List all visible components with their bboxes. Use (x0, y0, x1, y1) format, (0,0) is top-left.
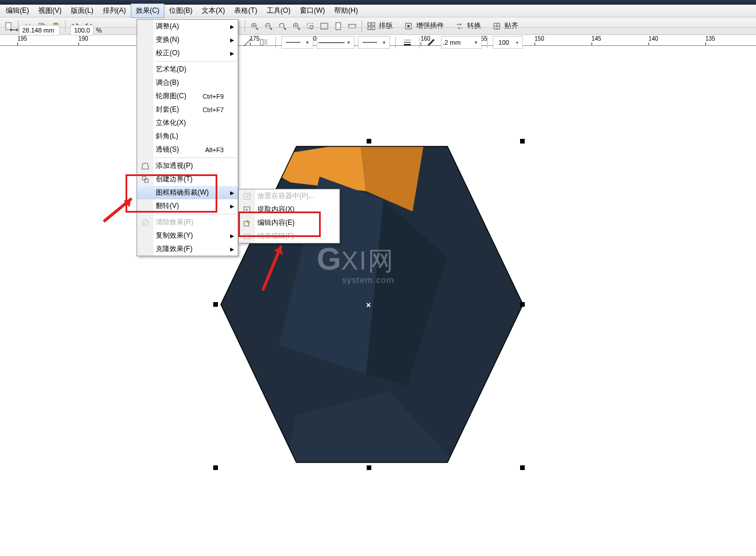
menu-lens[interactable]: 透镜(S)Alt+F3 (137, 143, 238, 156)
ruler-tick: 190 (78, 35, 88, 42)
menu-tools[interactable]: 工具(O) (262, 4, 295, 17)
edit-icon (242, 218, 252, 228)
svg-rect-26 (368, 27, 371, 30)
menu-copy-effect[interactable]: 复制效果(Y)▶ (137, 229, 238, 242)
menu-text[interactable]: 文本(X) (197, 4, 230, 17)
svg-line-17 (298, 27, 300, 30)
separator (361, 20, 362, 32)
standard-toolbar: 排版 增强插件 转换 贴齐 (0, 17, 756, 35)
selection-handle[interactable] (520, 465, 525, 470)
edit-path-icon[interactable] (241, 36, 254, 49)
menu-extrude[interactable]: 立体化(X) (137, 116, 238, 130)
menu-powerclip[interactable]: 图框精确剪裁(W)▶ (137, 186, 238, 199)
menu-view[interactable]: 视图(V) (34, 4, 66, 17)
boundary-icon (141, 175, 150, 184)
svg-rect-54 (145, 179, 148, 182)
menu-correct[interactable]: 校正(O)▶ (137, 46, 238, 60)
menu-envelope[interactable]: 封套(E)Ctrl+F7 (137, 103, 238, 116)
menu-bitmap[interactable]: 位图(B) (164, 4, 197, 17)
svg-rect-24 (368, 23, 371, 26)
zoom-in-icon[interactable] (248, 20, 261, 33)
separator (395, 37, 396, 48)
menu-edit[interactable]: 编辑(E) (1, 4, 34, 17)
end-arrow-dropdown[interactable]: ▼ (358, 36, 390, 49)
canvas[interactable]: × GXI网 system.com (0, 46, 756, 539)
menu-layout[interactable]: 版面(L) (66, 4, 98, 17)
svg-line-8 (256, 27, 258, 30)
separator (245, 20, 245, 32)
menu-table[interactable]: 表格(T) (230, 4, 261, 17)
outline-width-dropdown[interactable]: ▼ (441, 36, 482, 49)
perspective-icon (141, 162, 150, 171)
convert-tool-icon[interactable] (453, 20, 466, 33)
svg-rect-53 (142, 177, 146, 180)
snap-tool-icon[interactable] (490, 20, 503, 33)
svg-rect-35 (260, 40, 263, 45)
svg-line-12 (270, 27, 272, 30)
ruler-tick: 195 (17, 35, 27, 42)
menu-effects[interactable]: 效果(C) (131, 3, 165, 18)
zoom-fit-icon[interactable] (290, 20, 303, 33)
opacity-input[interactable] (495, 39, 513, 46)
menu-bevel[interactable]: 斜角(L) (137, 130, 238, 143)
svg-rect-6 (55, 23, 57, 24)
snap-label[interactable]: 贴齐 (504, 21, 518, 31)
zoom-width-icon[interactable] (346, 20, 359, 33)
svg-rect-21 (321, 23, 328, 29)
menu-separator (155, 214, 237, 214)
zoom-page-icon[interactable] (332, 20, 345, 33)
scale-y-input[interactable] (70, 25, 94, 35)
selection-handle[interactable] (213, 302, 218, 307)
menu-separator (155, 61, 237, 62)
wrap-text-icon[interactable] (257, 36, 270, 49)
ruler-tick: 150 (535, 35, 544, 42)
selection-handle[interactable] (213, 465, 218, 470)
plugin-tool-icon[interactable] (402, 20, 415, 33)
menu-arrange[interactable]: 排列(A) (98, 4, 131, 17)
plugin-label[interactable]: 增强插件 (416, 21, 444, 31)
svg-rect-23 (349, 24, 356, 28)
menu-artistic-media[interactable]: 艺术笔(D) (137, 63, 238, 76)
ruler-tick: 140 (648, 35, 658, 42)
menu-contour[interactable]: 轮廓图(C)Ctrl+F9 (137, 89, 238, 103)
layout-tool-icon[interactable] (365, 20, 378, 33)
menu-clone-effect[interactable]: 克隆效果(F)▶ (137, 242, 238, 256)
svg-line-15 (284, 27, 286, 30)
outline-width-icon[interactable] (425, 36, 438, 49)
zoom-selection-icon[interactable] (304, 20, 317, 33)
selection-handle[interactable] (367, 465, 371, 470)
separator (487, 37, 488, 48)
height-input[interactable] (19, 25, 60, 35)
ruler-tick: 145 (592, 35, 601, 42)
selection-handle[interactable] (520, 139, 525, 144)
zoom-100-icon[interactable] (276, 20, 289, 33)
outline-width-input[interactable] (443, 39, 472, 46)
place-icon (242, 192, 252, 201)
ruler-tick: 135 (705, 35, 715, 42)
menu-blend[interactable]: 调合(B) (137, 76, 238, 89)
menu-create-boundary[interactable]: 创建边界(T) (137, 173, 238, 186)
start-arrow-dropdown[interactable]: ▼ (281, 36, 313, 49)
submenu-extract-contents[interactable]: 提取内容(X) (239, 203, 339, 216)
menu-transform[interactable]: 变换(N)▶ (137, 33, 238, 46)
separator (65, 20, 66, 32)
layout-label[interactable]: 排版 (379, 21, 393, 31)
zoom-all-icon[interactable] (318, 20, 331, 33)
hairline-icon[interactable] (401, 36, 414, 49)
opacity-dropdown[interactable]: ▾ (493, 36, 523, 49)
submenu-finish-editing: 结束编辑(F) (239, 229, 339, 243)
svg-rect-29 (407, 25, 410, 27)
zoom-out-icon[interactable] (262, 20, 275, 33)
selection-handle[interactable] (520, 302, 525, 307)
menu-add-perspective[interactable]: 添加透视(P) (137, 159, 238, 173)
line-style-dropdown[interactable]: ▼ (317, 36, 354, 49)
menu-bar: 编辑(E) 视图(V) 版面(L) 排列(A) 效果(C) 位图(B) 文本(X… (0, 5, 756, 17)
menu-help[interactable]: 帮助(H) (329, 4, 363, 17)
convert-label[interactable]: 转换 (467, 21, 481, 31)
submenu-edit-contents[interactable]: 编辑内容(E) (239, 216, 339, 229)
menu-rollover[interactable]: 翻转(V)▶ (137, 199, 238, 213)
menu-adjust[interactable]: 调整(A)▶ (137, 20, 238, 33)
selection-handle[interactable] (367, 139, 371, 144)
svg-marker-52 (142, 163, 149, 169)
menu-window[interactable]: 窗口(W) (295, 4, 329, 17)
